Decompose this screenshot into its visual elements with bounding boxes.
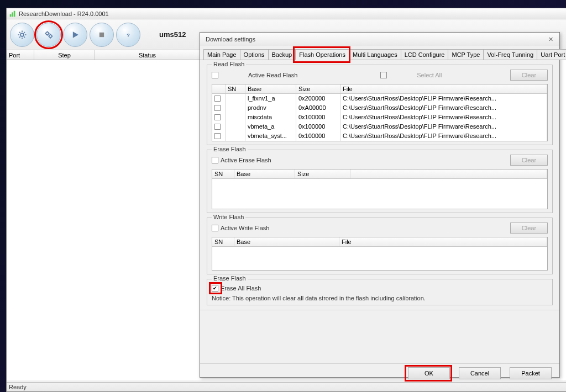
tab-multi-languages[interactable]: Multi Languages: [349, 49, 401, 60]
row-checkbox[interactable]: [214, 114, 221, 120]
tab-mcp-type[interactable]: MCP Type: [448, 49, 484, 60]
label-active-erase-flash: Active Erase Flash: [221, 157, 271, 163]
legend-write-flash: Write Flash: [212, 214, 245, 220]
table-row[interactable]: miscdata0x100000C:\Users\StuartRoss\Desk…: [212, 113, 547, 122]
table-row[interactable]: l_fixnv1_a0x200000C:\Users\StuartRoss\De…: [212, 94, 547, 103]
read-flash-rows: l_fixnv1_a0x200000C:\Users\StuartRoss\De…: [212, 94, 547, 141]
svg-rect-2: [14, 10, 15, 17]
read-flash-clear-button[interactable]: Clear: [510, 70, 548, 81]
ok-button[interactable]: OK: [408, 367, 450, 379]
start-button[interactable]: [63, 23, 87, 47]
col-sn[interactable]: SN: [226, 84, 245, 93]
app-icon: [9, 10, 17, 18]
col-size[interactable]: Size: [296, 84, 340, 93]
dialog-title: Download settings: [206, 36, 255, 43]
erase-flash-clear-button[interactable]: Clear: [510, 155, 548, 166]
help-button[interactable]: ?: [116, 23, 140, 47]
col-base[interactable]: Base: [245, 84, 296, 93]
tabbar: Main Page Options Backup Flash Operation…: [200, 46, 559, 60]
label-erase-all-flash: Erase All Flash: [221, 285, 261, 292]
packet-button[interactable]: Packet: [510, 367, 552, 379]
list-header: SN Base Size File: [212, 84, 547, 94]
table-row[interactable]: prodnv0xA00000C:\Users\StuartRoss\Deskto…: [212, 103, 547, 113]
checkbox-erase-all-flash[interactable]: [212, 285, 218, 292]
stop-button[interactable]: [90, 23, 114, 47]
svg-point-3: [20, 33, 24, 36]
label-active-write-flash: Active Write Flash: [221, 225, 269, 231]
write-flash-clear-button[interactable]: Clear: [510, 223, 548, 234]
dialog-buttons: OK Cancel Packet: [200, 363, 559, 384]
svg-point-5: [49, 35, 52, 38]
table-row[interactable]: vbmeta_a0x100000C:\Users\StuartRoss\Desk…: [212, 122, 547, 131]
group-write-flash: Write Flash Active Write Flash Clear SN …: [207, 218, 553, 274]
group-read-flash: Read Flash Active Read Flash Select All …: [207, 65, 553, 145]
label-active-read-flash: Active Read Flash: [248, 72, 297, 78]
main-titlebar[interactable]: ResearchDownload - R24.0.0001: [7, 8, 566, 19]
tab-uart-port-switch[interactable]: Uart Port Switch: [537, 49, 566, 60]
flash-operations-button[interactable]: [36, 23, 61, 47]
erase-all-notice: Notice: This operation will clear all da…: [212, 295, 548, 301]
write-flash-list[interactable]: SN Base File: [212, 237, 548, 271]
col-status[interactable]: Status: [95, 50, 200, 60]
row-checkbox[interactable]: [214, 96, 221, 102]
row-checkbox[interactable]: [214, 105, 221, 111]
label-select-all: Select All: [417, 72, 442, 78]
cancel-button[interactable]: Cancel: [459, 367, 501, 379]
tab-options[interactable]: Options: [240, 49, 269, 60]
dialog-titlebar[interactable]: Download settings ✕: [200, 33, 559, 46]
desktop: ResearchDownload - R24.0.0001 ? ums512 P…: [0, 0, 566, 392]
col-step[interactable]: Step: [34, 50, 95, 60]
tab-backup[interactable]: Backup: [268, 49, 296, 60]
device-name: ums512: [159, 30, 186, 39]
checkbox-active-erase-flash[interactable]: [212, 157, 218, 163]
col-port[interactable]: Port: [7, 50, 34, 60]
svg-text:?: ?: [127, 33, 130, 38]
table-row[interactable]: vbmeta_syst...0x100000C:\Users\StuartRos…: [212, 131, 547, 141]
row-checkbox[interactable]: [214, 133, 221, 139]
status-text: Ready: [9, 384, 27, 390]
tab-flash-operations[interactable]: Flash Operations: [295, 49, 349, 60]
separator: [200, 310, 559, 310]
svg-rect-0: [10, 14, 12, 16]
legend-read-flash: Read Flash: [212, 61, 246, 67]
tab-vol-freq-tunning[interactable]: Vol-Freq Tunning: [483, 49, 537, 60]
legend-erase-flash: Erase Flash: [212, 146, 248, 152]
checkbox-select-all: [380, 72, 387, 78]
tab-content: Read Flash Active Read Flash Select All …: [200, 60, 559, 362]
checkbox-active-write-flash[interactable]: [212, 225, 218, 231]
settings-button[interactable]: [10, 23, 34, 47]
erase-flash-list[interactable]: SN Base Size: [212, 169, 548, 209]
download-settings-dialog: Download settings ✕ Main Page Options Ba…: [200, 32, 560, 378]
col-file[interactable]: File: [340, 84, 547, 93]
tab-main-page[interactable]: Main Page: [203, 49, 240, 60]
checkbox-active-read-flash[interactable]: [212, 72, 218, 78]
app-title: ResearchDownload - R24.0.0001: [19, 10, 109, 17]
group-erase-flash: Erase Flash Active Erase Flash Clear SN …: [207, 150, 553, 213]
svg-point-4: [46, 32, 49, 35]
svg-rect-6: [99, 32, 104, 36]
tab-lcd-configure[interactable]: LCD Configure: [401, 49, 449, 60]
legend-erase-all: Erase Flash: [212, 275, 248, 282]
read-flash-list[interactable]: SN Base Size File l_fixnv1_a0x200000C:\U…: [212, 84, 548, 141]
row-checkbox[interactable]: [214, 124, 221, 130]
svg-rect-1: [12, 12, 13, 17]
group-erase-all-flash: Erase Flash Erase All Flash Notice: This…: [207, 279, 553, 305]
close-icon[interactable]: ✕: [545, 34, 556, 45]
